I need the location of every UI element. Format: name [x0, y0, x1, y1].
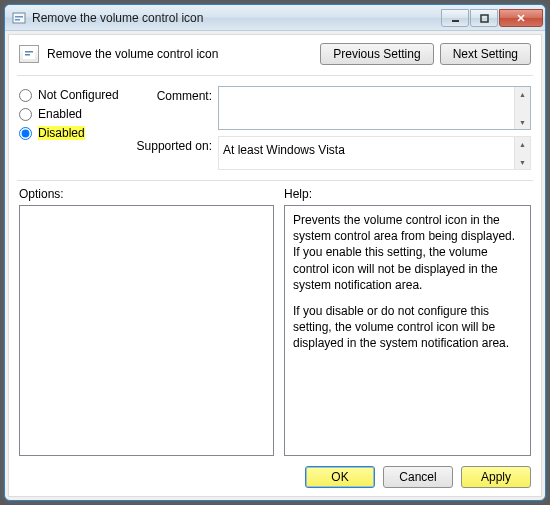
scroll-down-icon[interactable]: ▼ [515, 115, 530, 129]
header-row: Remove the volume control icon Previous … [19, 43, 531, 75]
scroll-down-icon[interactable]: ▼ [515, 155, 530, 169]
svg-rect-3 [452, 20, 459, 22]
svg-rect-1 [15, 16, 23, 18]
radio-enabled[interactable]: Enabled [19, 107, 124, 121]
previous-setting-button[interactable]: Previous Setting [320, 43, 433, 65]
window-controls [441, 8, 543, 27]
supported-label: Supported on: [134, 136, 212, 153]
cancel-button[interactable]: Cancel [383, 466, 453, 488]
scrollbar[interactable]: ▲ ▼ [514, 87, 530, 129]
maximize-button[interactable] [470, 9, 498, 27]
panels-header: Options: Help: [19, 187, 531, 205]
supported-field-wrap: At least Windows Vista ▲ ▼ [218, 136, 531, 170]
supported-value: At least Windows Vista [219, 137, 514, 169]
state-radio-group: Not Configured Enabled Disabled [19, 86, 124, 170]
policy-name: Remove the volume control icon [47, 47, 312, 61]
radio-label: Disabled [38, 126, 85, 140]
svg-rect-8 [25, 51, 33, 53]
config-row: Not Configured Enabled Disabled Comment: [19, 86, 531, 170]
options-label: Options: [19, 187, 274, 205]
ok-button[interactable]: OK [305, 466, 375, 488]
svg-rect-9 [25, 54, 30, 56]
help-text: If you disable or do not configure this … [293, 303, 522, 352]
comment-input[interactable] [219, 87, 514, 129]
options-panel[interactable] [19, 205, 274, 456]
radio-label: Not Configured [38, 88, 119, 102]
window-title: Remove the volume control icon [32, 11, 441, 25]
policy-app-icon [11, 10, 27, 26]
scroll-up-icon[interactable]: ▲ [515, 137, 530, 151]
next-setting-button[interactable]: Next Setting [440, 43, 531, 65]
apply-button[interactable]: Apply [461, 466, 531, 488]
dialog-window: Remove the volume control icon Remove th… [4, 4, 546, 501]
radio-disabled[interactable]: Disabled [19, 126, 124, 140]
divider [17, 180, 533, 181]
svg-rect-2 [15, 19, 20, 21]
close-button[interactable] [499, 9, 543, 27]
supported-row: Supported on: At least Windows Vista ▲ ▼ [134, 136, 531, 170]
radio-label: Enabled [38, 107, 82, 121]
divider [17, 75, 533, 76]
help-text: Prevents the volume control icon in the … [293, 212, 522, 293]
comment-field-wrap: ▲ ▼ [218, 86, 531, 130]
comment-row: Comment: ▲ ▼ [134, 86, 531, 130]
radio-enabled-input[interactable] [19, 108, 32, 121]
scrollbar[interactable]: ▲ ▼ [514, 137, 530, 169]
policy-icon [19, 45, 39, 63]
radio-disabled-input[interactable] [19, 127, 32, 140]
titlebar[interactable]: Remove the volume control icon [5, 5, 545, 31]
scroll-up-icon[interactable]: ▲ [515, 87, 530, 101]
svg-rect-4 [481, 15, 488, 22]
panels-body: Prevents the volume control icon in the … [19, 205, 531, 456]
help-label: Help: [284, 187, 312, 205]
dialog-content: Remove the volume control icon Previous … [8, 34, 542, 497]
radio-not-configured[interactable]: Not Configured [19, 88, 124, 102]
minimize-button[interactable] [441, 9, 469, 27]
help-panel[interactable]: Prevents the volume control icon in the … [284, 205, 531, 456]
comment-label: Comment: [134, 86, 212, 103]
radio-not-configured-input[interactable] [19, 89, 32, 102]
fields-column: Comment: ▲ ▼ Supported on: At least Wind… [134, 86, 531, 170]
nav-buttons: Previous Setting Next Setting [320, 43, 531, 65]
svg-rect-0 [13, 13, 25, 23]
dialog-footer: OK Cancel Apply [19, 456, 531, 488]
